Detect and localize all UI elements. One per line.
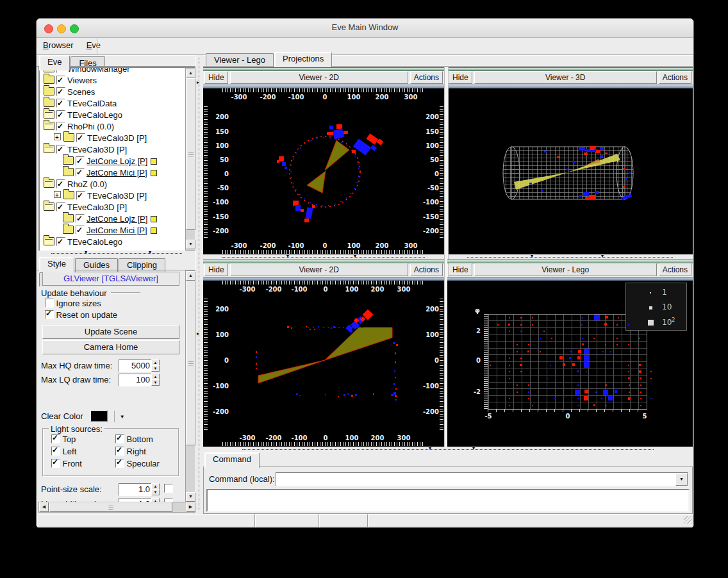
tree-item-tevecalo3d-p-[interactable]: TEveCalo3D [P]	[44, 144, 127, 156]
update-scene-button[interactable]: Update Scene	[42, 325, 179, 339]
checkbox-reset-on-update[interactable]: Reset on update	[45, 310, 117, 320]
pane1-title[interactable]: Viewer - 2D	[230, 71, 408, 84]
pane2-hide-button[interactable]: Hide	[449, 71, 472, 84]
checkbox-ignore-sizes[interactable]: Ignore sizes	[45, 299, 101, 308]
checkbox-box[interactable]	[115, 459, 124, 468]
tree-scroll-thumb[interactable]	[186, 78, 195, 230]
tab-viewer-lego[interactable]: Viewer - Lego	[206, 53, 274, 67]
tree-item-jetcone-mici-p-[interactable]: JetCone Mici [P]	[63, 167, 157, 179]
tree-item-label[interactable]: TEveCaloLego	[65, 110, 122, 120]
tree-scroll-up-icon[interactable]: ▲	[186, 69, 195, 78]
visibility-checkbox[interactable]	[56, 202, 65, 211]
menu-rowser[interactable]: Browser	[37, 38, 80, 54]
spin-value[interactable]: 5000	[119, 359, 153, 372]
left-scroll-left-icon[interactable]: ◀	[39, 502, 49, 512]
tree-item-tevecalolego[interactable]: TEveCaloLego	[44, 110, 122, 121]
visibility-checkbox[interactable]	[76, 168, 85, 177]
style-scroll-thumb[interactable]	[186, 281, 195, 445]
spin-value[interactable]: 1.0	[119, 483, 153, 496]
spin-down-icon[interactable]: ▼	[151, 365, 160, 372]
clear-color-swatch[interactable]	[90, 410, 108, 422]
pane3-actions-button[interactable]: Actions	[410, 263, 443, 276]
visibility-checkbox[interactable]	[76, 214, 85, 223]
tree-item-label[interactable]: Viewers	[65, 76, 97, 85]
visibility-checkbox[interactable]	[76, 133, 85, 142]
tree-item-rhophi-0-0-[interactable]: RhoPhi (0.0)	[44, 121, 114, 133]
tab-command[interactable]: Command	[204, 452, 260, 468]
tab-style[interactable]: Style	[39, 257, 74, 272]
tree-item-label[interactable]: TEveCalo3D [P]	[85, 133, 147, 143]
visibility-checkbox[interactable]	[56, 99, 65, 108]
checkbox-box[interactable]	[115, 434, 124, 443]
pane3-title[interactable]: Viewer - 2D	[230, 263, 408, 276]
style-scroll-down-icon[interactable]: ▼	[186, 492, 195, 502]
tab-eve[interactable]: Eve	[39, 55, 70, 70]
tree-item-label[interactable]: TEveCalo3D [P]	[85, 191, 147, 201]
scale-checkbox[interactable]	[164, 484, 173, 493]
expand-icon[interactable]	[54, 133, 61, 140]
tree-item-label[interactable]: TEveCalo3D [P]	[65, 202, 127, 212]
bottom-splitter[interactable]: ▾▾	[203, 447, 693, 452]
tree-item-label[interactable]: TEveCalo3D [P]	[65, 145, 127, 154]
tree-item-scenes[interactable]: Scenes	[44, 87, 95, 98]
checkbox-left[interactable]: Left	[51, 447, 76, 456]
checkbox-bottom[interactable]: Bottom	[115, 434, 153, 444]
pane4-actions-button[interactable]: Actions	[659, 263, 691, 276]
tree-item-label[interactable]: RhoZ (0.0)	[65, 179, 107, 189]
pane2-actions-button[interactable]: Actions	[659, 71, 691, 84]
tree-item-tevecalo3d-p-[interactable]: TEveCalo3D [P]	[44, 202, 127, 213]
pane4-hide-button[interactable]: Hide	[449, 263, 472, 276]
tree-item-label[interactable]: JetCone Lojz [P]	[85, 156, 147, 166]
camera-home-button[interactable]: Camera Home	[42, 340, 179, 354]
color-badge[interactable]	[151, 216, 157, 222]
spin-value[interactable]: 100	[119, 374, 153, 386]
spin-down-icon[interactable]: ▼	[151, 379, 160, 386]
visibility-checkbox[interactable]	[56, 122, 65, 131]
checkbox-box[interactable]	[45, 310, 54, 319]
checkbox-specular[interactable]: Specular	[115, 459, 160, 468]
pane3-hide-button[interactable]: Hide	[204, 263, 228, 276]
tab-projections[interactable]: Projections	[274, 52, 332, 67]
tree-item-jetcone-lojz-p-[interactable]: JetCone Lojz [P]	[63, 156, 157, 167]
checkbox-right[interactable]: Right	[115, 447, 146, 456]
viewer-2d-rhoz-canvas[interactable]: -300-300-200-200-100-1000010010020020030…	[203, 281, 444, 447]
resize-grip-icon[interactable]	[684, 516, 691, 524]
checkbox-front[interactable]: Front	[51, 459, 82, 468]
color-badge[interactable]	[151, 158, 157, 165]
glviewer-label[interactable]: GLViewer [TGLSAViewer]	[42, 272, 179, 286]
command-output[interactable]	[206, 489, 690, 512]
menu-ve[interactable]: Eve	[80, 38, 107, 54]
visibility-checkbox[interactable]	[56, 145, 65, 154]
panel-splitter[interactable]: ▸▸	[195, 55, 203, 513]
tree-item-tevecaldata[interactable]: TEveCalData	[44, 98, 117, 110]
tree-item-label[interactable]: JetCone Mici [P]	[85, 226, 147, 235]
tree-item-viewers[interactable]: Viewers	[44, 75, 97, 87]
tree-item-label[interactable]: WindowManager	[65, 67, 130, 74]
color-badge[interactable]	[151, 227, 157, 234]
color-badge[interactable]	[151, 170, 157, 176]
tree-item-tevecalo3d-p-[interactable]: TEveCalo3D [P]	[54, 133, 147, 144]
checkbox-box[interactable]	[115, 447, 124, 456]
checkbox-box[interactable]	[51, 447, 60, 456]
viewer-3d-canvas[interactable]	[447, 88, 693, 254]
viewer-2d-rhophi-canvas[interactable]: -300-300-200-200-100-1000010010020020030…	[203, 88, 444, 254]
command-combobox[interactable]	[276, 472, 688, 486]
visibility-checkbox[interactable]	[76, 156, 85, 165]
tree-item-label[interactable]: JetCone Mici [P]	[85, 168, 147, 178]
tree-item-jetcone-mici-p-[interactable]: JetCone Mici [P]	[63, 225, 157, 236]
visibility-checkbox[interactable]	[56, 76, 65, 85]
pane4-title[interactable]: Viewer - Lego	[474, 263, 657, 276]
tree-item-jetcone-lojz-p-[interactable]: JetCone Lojz [P]	[63, 213, 157, 225]
pane1-hide-button[interactable]: Hide	[204, 71, 228, 84]
tree-item-label[interactable]: TEveCaloLego	[65, 237, 122, 247]
tree-scroll-down-icon[interactable]: ▼	[186, 240, 195, 249]
checkbox-box[interactable]	[51, 434, 60, 443]
visibility-checkbox[interactable]	[56, 237, 65, 246]
checkbox-box[interactable]	[45, 299, 54, 308]
pane2-title[interactable]: Viewer - 3D	[474, 71, 657, 84]
pane1-actions-button[interactable]: Actions	[410, 71, 443, 84]
row-splitter-right[interactable]: ▾▾	[447, 254, 693, 260]
checkbox-top[interactable]: Top	[51, 434, 76, 444]
tree-item-label[interactable]: RhoPhi (0.0)	[65, 122, 114, 131]
tree-item-label[interactable]: Scenes	[65, 87, 95, 97]
